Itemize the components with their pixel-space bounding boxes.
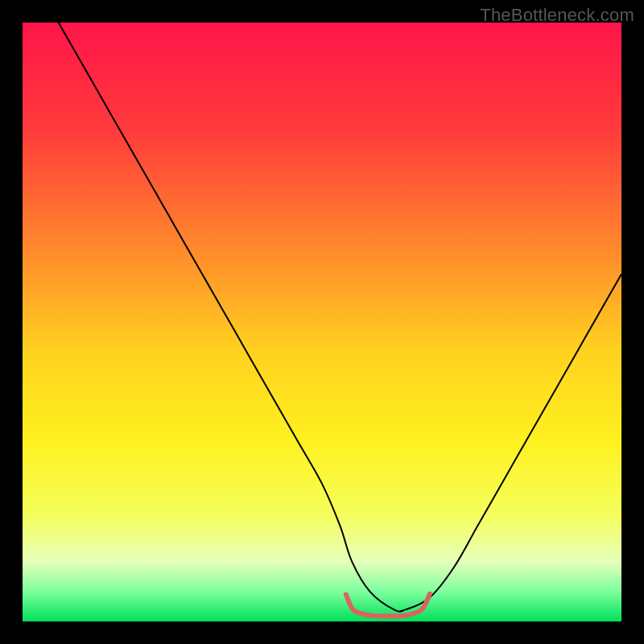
watermark-text: TheBottleneck.com xyxy=(480,5,634,26)
gradient-background xyxy=(23,23,621,621)
bottleneck-chart xyxy=(23,23,621,621)
chart-frame: TheBottleneck.com xyxy=(0,0,644,644)
